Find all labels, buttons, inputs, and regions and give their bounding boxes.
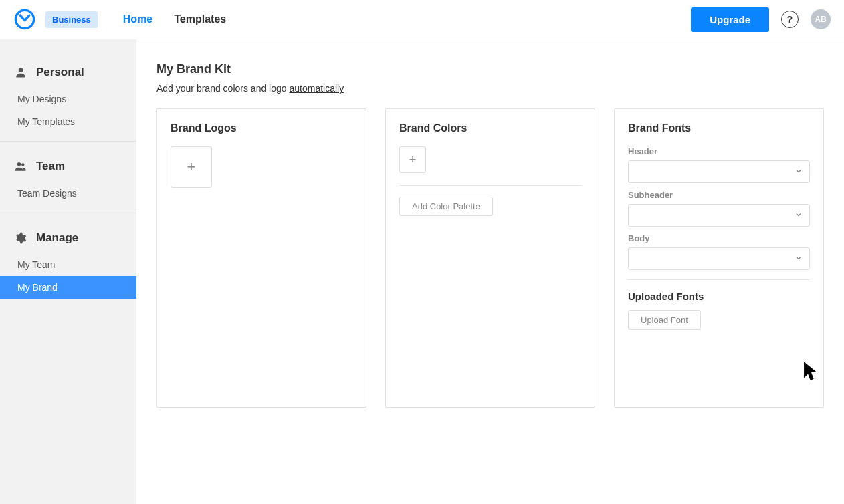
people-icon [13,159,28,174]
gear-icon [13,231,28,245]
sidebar-header-manage: Manage [0,225,136,253]
app-logo[interactable] [13,8,36,31]
sidebar-header-label: Team [36,160,65,173]
sidebar-header-team: Team [0,154,136,182]
brand-fonts-card: Brand Fonts Header Subheader Body Upload… [614,108,824,408]
chevron-down-icon [795,209,803,221]
nav-templates[interactable]: Templates [174,13,226,25]
sidebar-item-team-designs[interactable]: Team Designs [0,182,136,205]
svg-point-2 [17,162,21,166]
sidebar-item-my-brand[interactable]: My Brand [0,276,136,299]
svg-point-1 [19,68,23,72]
sidebar: Personal My Designs My Templates Team Te… [0,39,136,504]
body-font-label: Body [628,233,810,243]
sidebar-section-manage: Manage My Team My Brand [0,225,136,307]
subtitle-text: Add your brand colors and logo [156,83,289,94]
cursor-icon [803,361,820,386]
sidebar-header-label: Personal [36,66,84,79]
body-font-select[interactable] [628,247,810,270]
main-content: My Brand Kit Add your brand colors and l… [136,39,844,504]
divider [399,185,581,186]
plus-icon: + [187,158,196,176]
sidebar-header-personal: Personal [0,59,136,88]
add-color-palette-button[interactable]: Add Color Palette [399,197,493,216]
header-font-label: Header [628,146,810,156]
sidebar-section-team: Team Team Designs [0,154,136,213]
sidebar-item-my-designs[interactable]: My Designs [0,88,136,110]
page-subtitle: Add your brand colors and logo automatic… [156,83,824,94]
subtitle-link[interactable]: automatically [289,83,344,94]
uploaded-fonts-title: Uploaded Fonts [628,291,810,302]
divider [628,279,810,280]
plan-badge: Business [45,11,98,28]
card-title: Brand Fonts [628,122,810,134]
upgrade-button[interactable]: Upgrade [691,7,769,32]
chevron-down-icon [795,166,803,178]
avatar[interactable]: AB [811,9,831,29]
plus-icon: + [409,153,417,167]
subheader-font-label: Subheader [628,190,810,200]
brand-colors-card: Brand Colors + Add Color Palette [385,108,595,408]
topbar: Business Home Templates Upgrade ? AB [0,0,844,39]
person-icon [13,65,28,80]
svg-point-3 [21,163,24,166]
add-color-button[interactable]: + [399,146,426,173]
nav-home[interactable]: Home [123,13,152,25]
help-icon[interactable]: ? [781,11,799,28]
sidebar-header-label: Manage [36,231,78,245]
card-title: Brand Colors [399,122,581,134]
sidebar-item-my-team[interactable]: My Team [0,253,136,276]
subheader-font-select[interactable] [628,204,810,227]
brand-logos-card: Brand Logos + [156,108,366,408]
page-title: My Brand Kit [156,62,824,76]
sidebar-item-my-templates[interactable]: My Templates [0,110,136,133]
card-title: Brand Logos [171,122,352,134]
sidebar-section-personal: Personal My Designs My Templates [0,59,136,142]
header-font-select[interactable] [628,160,810,183]
add-logo-button[interactable]: + [171,146,212,188]
chevron-down-icon [795,253,803,265]
upload-font-button[interactable]: Upload Font [628,310,701,330]
